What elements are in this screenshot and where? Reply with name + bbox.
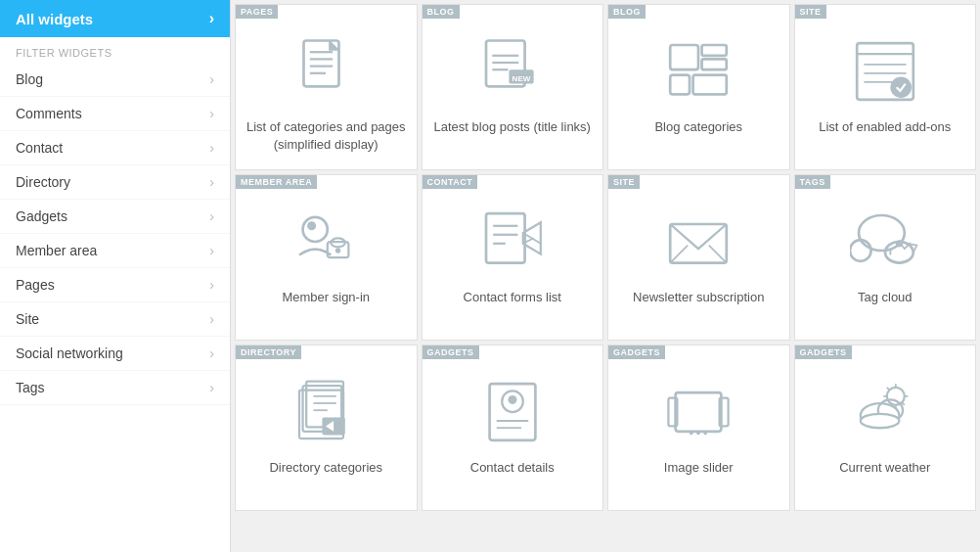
addons-icon — [846, 32, 924, 111]
widget-label: Contact details — [470, 459, 555, 477]
sidebar-item-label: Directory — [16, 174, 70, 190]
widget-grid: PAGES List of categories and pages (simp… — [235, 4, 976, 511]
chevron-right-icon: › — [209, 208, 214, 224]
widget-card-2[interactable]: BLOG Blog categories — [607, 4, 790, 170]
svg-line-36 — [670, 246, 688, 263]
widget-badge: SITE — [608, 175, 640, 189]
contact-details-icon — [473, 373, 552, 451]
contact-forms-icon — [473, 203, 552, 281]
widget-label: Blog categories — [654, 118, 742, 136]
widget-card-1[interactable]: BLOG NEW Latest blog posts (title links) — [422, 4, 604, 170]
svg-text:NEW: NEW — [512, 74, 530, 83]
pages-list-icon — [287, 32, 365, 111]
chevron-right-icon: › — [209, 277, 214, 293]
svg-point-74 — [861, 414, 900, 428]
widget-label: Image slider — [664, 459, 734, 477]
svg-point-60 — [690, 432, 693, 436]
widget-label: List of categories and pages (simplified… — [244, 118, 409, 154]
svg-rect-35 — [670, 224, 727, 263]
widget-label: Newsletter subscription — [633, 289, 764, 306]
widget-card-9[interactable]: GADGETS Contact details — [422, 345, 604, 511]
svg-point-24 — [307, 221, 316, 230]
svg-point-42 — [896, 240, 903, 247]
widget-label: Member sign-in — [282, 289, 370, 306]
widget-card-11[interactable]: GADGETS Current weather — [794, 345, 977, 511]
svg-point-62 — [704, 432, 708, 436]
sidebar-item-comments[interactable]: Comments› — [0, 97, 230, 131]
svg-point-61 — [696, 432, 700, 436]
sidebar-item-label: Pages — [16, 277, 55, 293]
widget-card-5[interactable]: CONTACT Contact forms list — [422, 174, 604, 341]
svg-rect-13 — [702, 45, 727, 56]
all-widgets-button[interactable]: All widgets › — [0, 0, 230, 37]
sidebar-item-tags[interactable]: Tags› — [0, 371, 230, 405]
sidebar-item-social-networking[interactable]: Social networking› — [0, 337, 230, 371]
sidebar-items: Blog›Comments›Contact›Directory›Gadgets›… — [0, 63, 230, 405]
widget-card-0[interactable]: PAGES List of categories and pages (simp… — [235, 4, 418, 170]
sidebar-item-directory[interactable]: Directory› — [0, 165, 230, 200]
chevron-right-icon: › — [209, 106, 214, 121]
chevron-right-icon: › — [209, 380, 214, 395]
chevron-right-icon: › — [209, 10, 214, 27]
main-content: PAGES List of categories and pages (simp… — [231, 0, 980, 552]
widget-badge: BLOG — [608, 5, 646, 19]
widget-badge: SITE — [795, 5, 826, 19]
chevron-right-icon: › — [209, 243, 214, 258]
blog-new-icon: NEW — [473, 32, 552, 111]
svg-point-22 — [890, 76, 912, 98]
directory-categories-icon — [287, 373, 365, 451]
widget-badge: PAGES — [236, 5, 278, 19]
widget-label: Contact forms list — [464, 289, 561, 306]
svg-point-39 — [850, 240, 871, 261]
widget-card-10[interactable]: GADGETS Image slider — [607, 345, 790, 511]
sidebar-item-site[interactable]: Site› — [0, 302, 230, 337]
chevron-right-icon: › — [209, 174, 214, 190]
widget-badge: GADGETS — [608, 345, 665, 359]
widget-badge: GADGETS — [423, 345, 479, 359]
svg-rect-14 — [702, 59, 727, 69]
sidebar-item-label: Contact — [16, 140, 63, 156]
tag-cloud-icon — [846, 203, 924, 281]
blog-categories-icon — [659, 32, 737, 111]
widget-card-4[interactable]: MEMBER AREA Member sign-in — [235, 174, 418, 341]
sidebar-item-label: Site — [16, 311, 39, 327]
chevron-right-icon: › — [209, 345, 214, 361]
sidebar-item-member-area[interactable]: Member area› — [0, 234, 230, 268]
svg-line-68 — [887, 388, 890, 391]
widget-label: Tag cloud — [858, 289, 913, 306]
widget-label: Directory categories — [269, 459, 382, 477]
svg-rect-28 — [486, 213, 525, 262]
widget-label: Latest blog posts (title links) — [434, 118, 591, 136]
svg-point-54 — [508, 395, 516, 404]
all-widgets-label: All widgets — [16, 11, 93, 27]
widget-label: List of enabled add-ons — [819, 118, 951, 136]
chevron-right-icon: › — [209, 311, 214, 327]
filter-label: FILTER WIDGETS — [0, 37, 230, 63]
svg-rect-16 — [693, 75, 727, 95]
newsletter-icon — [659, 203, 737, 281]
widget-card-8[interactable]: DIRECTORY Directory categories — [235, 345, 418, 511]
svg-point-23 — [303, 217, 328, 242]
member-signin-icon — [287, 203, 365, 281]
sidebar-item-label: Comments — [16, 106, 82, 121]
sidebar-item-label: Gadgets — [16, 208, 67, 224]
image-slider-icon — [659, 373, 737, 451]
sidebar-item-label: Member area — [16, 243, 97, 258]
chevron-right-icon: › — [209, 140, 214, 156]
svg-point-27 — [335, 248, 340, 253]
sidebar-item-blog[interactable]: Blog› — [0, 63, 230, 97]
svg-rect-12 — [670, 45, 698, 69]
widget-label: Current weather — [839, 459, 930, 477]
widget-card-3[interactable]: SITE List of enabled add-ons — [794, 4, 977, 170]
weather-icon — [846, 373, 924, 451]
widget-badge: CONTACT — [423, 175, 478, 189]
widget-badge: TAGS — [795, 175, 830, 189]
widget-card-7[interactable]: TAGS Tag cloud — [794, 174, 977, 341]
sidebar-item-contact[interactable]: Contact› — [0, 131, 230, 165]
widget-card-6[interactable]: SITE Newsletter subscription — [607, 174, 790, 341]
sidebar-item-label: Tags — [16, 380, 45, 395]
sidebar-item-gadgets[interactable]: Gadgets› — [0, 200, 230, 234]
widget-badge: BLOG — [423, 5, 460, 19]
widget-badge: GADGETS — [795, 345, 852, 359]
sidebar-item-pages[interactable]: Pages› — [0, 268, 230, 302]
